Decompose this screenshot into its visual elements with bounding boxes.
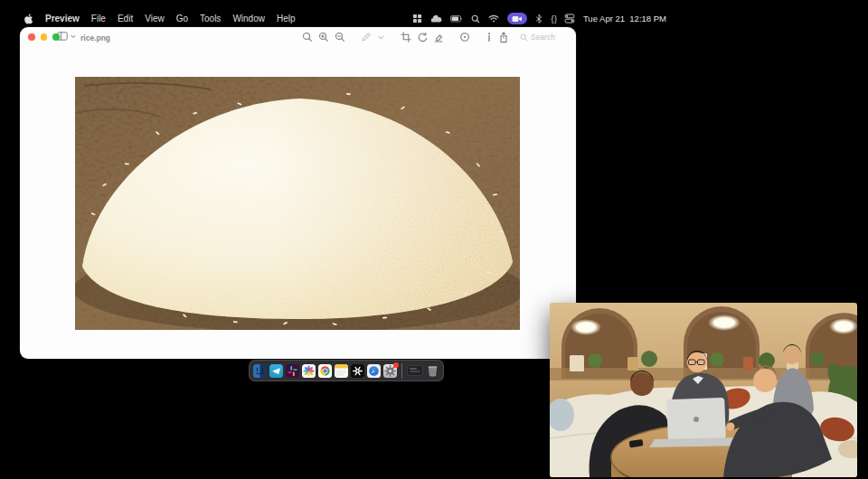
dock-app-chatgpt[interactable] — [351, 364, 364, 378]
dock-trash[interactable] — [426, 364, 439, 378]
dock-app-settings[interactable] — [383, 364, 397, 378]
menu-file[interactable]: File — [91, 14, 106, 24]
search-icon[interactable] — [471, 14, 480, 23]
window-title: rice.png — [80, 33, 110, 42]
preview-window: rice.png — [20, 27, 576, 359]
menu-bar-status: { } Tue Apr 21 12:18 PM — [412, 13, 666, 24]
menu-view[interactable]: View — [145, 14, 165, 24]
pip-video[interactable] — [550, 303, 857, 477]
window-titlebar[interactable]: rice.png — [20, 27, 576, 47]
dock — [249, 360, 444, 381]
dock-app-chrome[interactable] — [318, 364, 332, 378]
dock-separator — [401, 363, 402, 379]
pip-scene — [550, 303, 857, 477]
desktop: Preview File Edit View Go Tools Window H… — [0, 0, 868, 479]
window-controls — [28, 33, 60, 41]
rice-image — [75, 77, 520, 330]
crop-icon[interactable] — [401, 32, 411, 42]
minimize-button[interactable] — [41, 33, 48, 41]
menu-go[interactable]: Go — [176, 14, 188, 24]
dock-app-finder[interactable] — [253, 364, 267, 378]
menu-tools[interactable]: Tools — [200, 14, 221, 24]
menu-bar-left: Preview File Edit View Go Tools Window H… — [24, 14, 296, 24]
bluetooth-icon[interactable] — [535, 14, 542, 24]
rotate-left-icon[interactable] — [417, 32, 428, 42]
dock-app-notes[interactable] — [335, 364, 348, 378]
menu-help[interactable]: Help — [277, 14, 296, 24]
battery-icon[interactable] — [450, 15, 463, 23]
share-icon[interactable] — [498, 32, 509, 43]
dock-minimized-window[interactable] — [407, 365, 423, 376]
search-placeholder: Search — [531, 33, 555, 42]
menu-bar-clock[interactable]: Tue Apr 21 12:18 PM — [583, 14, 666, 23]
zoom-out-icon[interactable] — [335, 32, 345, 42]
dock-app-telegram[interactable] — [269, 364, 283, 378]
menu-window[interactable]: Window — [232, 14, 265, 24]
close-button[interactable] — [28, 33, 35, 41]
notification-badge — [393, 362, 399, 368]
menu-edit[interactable]: Edit — [118, 14, 133, 24]
cloud-icon[interactable] — [430, 14, 442, 23]
dock-app-photos[interactable] — [302, 364, 316, 378]
markup-pencil-icon[interactable] — [361, 32, 372, 42]
zoom-in-icon[interactable] — [318, 32, 329, 42]
apple-logo-icon[interactable] — [24, 14, 33, 24]
control-center-icon[interactable] — [564, 14, 575, 23]
menu-app-name[interactable]: Preview — [45, 14, 80, 24]
info-icon[interactable] — [486, 32, 493, 42]
redact-icon[interactable] — [459, 32, 470, 42]
sidebar-toggle-button[interactable] — [57, 32, 76, 41]
chevron-down-icon[interactable] — [377, 33, 385, 42]
screen-recording-pill[interactable] — [507, 13, 527, 24]
grid-icon[interactable] — [412, 14, 422, 23]
window-toolbar: Search — [302, 31, 555, 43]
dock-app-slack[interactable] — [286, 364, 299, 378]
wifi-icon[interactable] — [488, 14, 499, 23]
highlighter-icon[interactable] — [433, 32, 444, 42]
zoom-tool-icon[interactable] — [302, 32, 313, 42]
code-braces-label[interactable]: { } — [551, 14, 556, 23]
dock-app-safari[interactable] — [367, 364, 381, 378]
toolbar-search[interactable]: Search — [520, 33, 555, 42]
